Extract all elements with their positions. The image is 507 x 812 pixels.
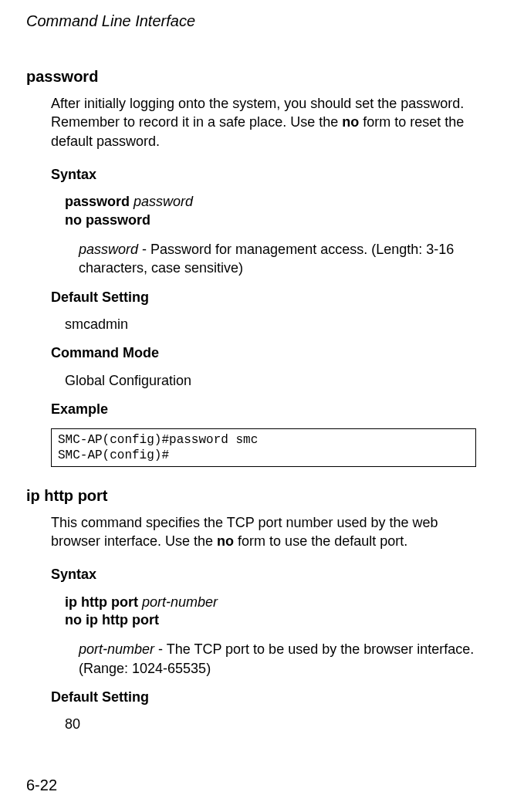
password-intro: After initially logging onto the system,… bbox=[51, 94, 481, 151]
ip-http-port-intro: This command specifies the TCP port numb… bbox=[51, 513, 481, 551]
syntax-label: Syntax bbox=[51, 166, 481, 184]
section-title-ip-http-port: ip http port bbox=[26, 486, 481, 506]
section-title-password: password bbox=[26, 66, 481, 86]
command-mode-label: Command Mode bbox=[51, 344, 481, 362]
page-number: 6-22 bbox=[26, 775, 57, 795]
example-code: SMC-AP(config)#password smc SMC-AP(confi… bbox=[51, 428, 476, 467]
password-intro-bold: no bbox=[342, 114, 359, 130]
default-setting-label-2: Default Setting bbox=[51, 689, 481, 706]
password-param: password - Password for management acces… bbox=[79, 240, 481, 278]
syntax-password-bold: password bbox=[65, 194, 134, 209]
ip-http-port-syntax: ip http port port-number no ip http port bbox=[65, 594, 481, 630]
syntax-no-ip-http-port: no ip http port bbox=[65, 611, 481, 629]
default-setting-label: Default Setting bbox=[51, 289, 481, 306]
syntax-label-2: Syntax bbox=[51, 566, 481, 584]
password-param-italic: password bbox=[79, 242, 138, 257]
syntax-ip-http-port-italic: port-number bbox=[142, 594, 218, 610]
ip-http-port-param: port-number - The TCP port to be used by… bbox=[79, 640, 481, 678]
ip-http-port-param-italic: port-number bbox=[79, 641, 154, 657]
example-label: Example bbox=[51, 401, 481, 418]
command-mode-value: Global Configuration bbox=[65, 372, 481, 390]
ip-http-port-intro-bold: no bbox=[217, 533, 234, 549]
ip-http-port-intro-part2: form to use the default port. bbox=[234, 533, 407, 549]
syntax-ip-http-port-bold: ip http port bbox=[65, 594, 142, 610]
syntax-no-password: no password bbox=[65, 211, 481, 229]
running-header: Command Line Interface bbox=[26, 11, 481, 31]
syntax-password-italic: password bbox=[134, 194, 193, 209]
password-syntax: password password no password bbox=[65, 193, 481, 229]
default-setting-value-2: 80 bbox=[65, 716, 481, 733]
default-setting-value: smcadmin bbox=[65, 316, 481, 333]
